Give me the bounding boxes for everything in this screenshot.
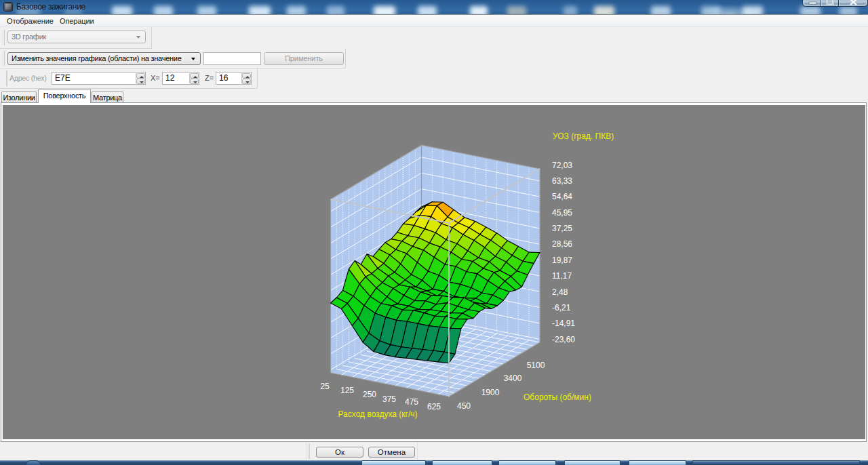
svg-text:-23,60: -23,60 xyxy=(552,335,575,344)
svg-text:Обороты (об/мин): Обороты (об/мин) xyxy=(524,392,591,402)
svg-text:63,33: 63,33 xyxy=(552,176,572,186)
svg-text:УОЗ (град. ПКВ): УОЗ (град. ПКВ) xyxy=(553,132,614,141)
svg-text:375: 375 xyxy=(382,395,396,404)
svg-text:72,03: 72,03 xyxy=(552,161,572,170)
svg-text:-14,91: -14,91 xyxy=(552,319,575,328)
svg-text:475: 475 xyxy=(405,397,418,407)
svg-text:625: 625 xyxy=(427,402,441,411)
svg-text:125: 125 xyxy=(340,386,354,395)
svg-text:19,87: 19,87 xyxy=(552,256,572,265)
svg-text:11,17: 11,17 xyxy=(552,271,572,281)
svg-text:450: 450 xyxy=(457,401,471,411)
svg-text:5100: 5100 xyxy=(527,361,545,370)
svg-text:45,95: 45,95 xyxy=(552,208,572,218)
svg-text:25: 25 xyxy=(320,382,330,391)
svg-text:Расход воздуха (кг/ч): Расход воздуха (кг/ч) xyxy=(338,409,418,419)
svg-text:2,48: 2,48 xyxy=(552,287,568,297)
svg-text:250: 250 xyxy=(363,390,376,399)
svg-text:1900: 1900 xyxy=(481,388,500,397)
svg-text:28,56: 28,56 xyxy=(552,239,572,249)
svg-text:54,64: 54,64 xyxy=(552,192,572,201)
svg-text:-6,21: -6,21 xyxy=(552,303,571,312)
svg-text:3400: 3400 xyxy=(504,373,522,383)
svg-text:37,25: 37,25 xyxy=(552,224,572,233)
